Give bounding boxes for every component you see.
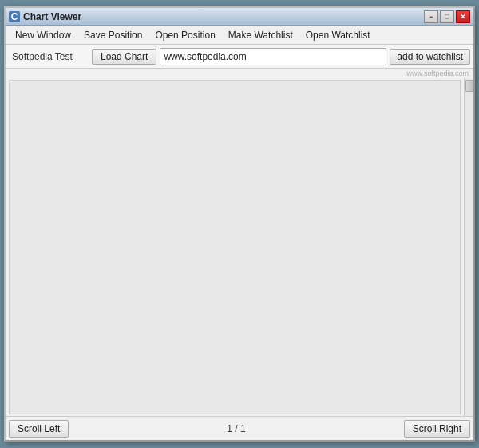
load-chart-button[interactable]: Load Chart [92,49,156,65]
main-window: C Chart Viewer − □ ✕ New Window Save Pos… [4,6,475,442]
scroll-right-button[interactable]: Scroll Right [404,420,470,438]
menu-item-make-watchlist[interactable]: Make Watchlist [222,27,299,43]
title-bar-left: C Chart Viewer [9,11,81,22]
chart-area-container [6,78,473,416]
chart-display-area [9,80,461,414]
url-input[interactable] [160,48,386,65]
menu-bar: New Window Save Position Open Position M… [6,26,473,45]
scrollbar-thumb[interactable] [465,80,473,92]
maximize-button[interactable]: □ [440,10,454,23]
watermark-area: www.softpedia.com [6,69,473,78]
menu-item-open-position[interactable]: Open Position [148,27,221,43]
title-bar: C Chart Viewer − □ ✕ [6,8,473,26]
title-buttons: − □ ✕ [424,10,470,23]
menu-item-save-position[interactable]: Save Position [77,27,148,43]
vertical-scrollbar[interactable] [464,78,473,416]
menu-item-new-window[interactable]: New Window [9,27,77,43]
minimize-button[interactable]: − [424,10,438,23]
close-button[interactable]: ✕ [456,10,470,23]
window-title: Chart Viewer [23,11,81,22]
scroll-left-button[interactable]: Scroll Left [9,420,69,438]
toolbar: Softpedia Test Load Chart add to watchli… [6,45,473,69]
menu-item-open-watchlist[interactable]: Open Watchlist [299,27,377,43]
watermark-text: www.softpedia.com [406,69,469,77]
chart-name-label: Softpedia Test [9,51,89,62]
window-icon: C [9,11,20,22]
bottom-bar: Scroll Left 1 / 1 Scroll Right [6,416,473,440]
add-to-watchlist-button[interactable]: add to watchlist [390,49,470,65]
page-indicator: 1 / 1 [227,423,245,434]
